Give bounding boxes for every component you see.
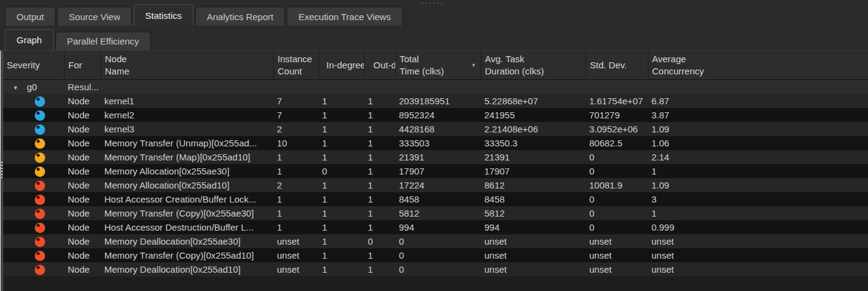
column-header-conc[interactable]: AverageConcurrency bbox=[648, 51, 868, 79]
table-row[interactable]: Node kernel3 2 1 1 4428168 2.21408e+06 3… bbox=[3, 122, 868, 136]
table-row[interactable]: Node Memory Allocation[0x255ae30] 1 0 1 … bbox=[3, 164, 868, 178]
cell-out-degree: 1 bbox=[364, 250, 395, 260]
main-tab-execution-trace-views[interactable]: Execution Trace Views bbox=[287, 7, 402, 26]
cell-instance-count: 10 bbox=[273, 138, 318, 148]
cell-average-concurrency: 1.09 bbox=[648, 124, 673, 134]
severity-cell bbox=[3, 250, 64, 261]
severity-cell bbox=[3, 193, 64, 205]
severity-cell bbox=[3, 235, 64, 247]
splitter-handle[interactable] bbox=[0, 51, 3, 291]
cell-instance-count: 2 bbox=[273, 180, 318, 190]
column-header-avg[interactable]: Avg. TaskDuration (clks) bbox=[481, 51, 586, 79]
cell-in-degree: 1 bbox=[318, 96, 364, 106]
table-row[interactable]: Node Memory Deallocation[0x255ad10] unse… bbox=[3, 262, 868, 276]
severity-error-icon bbox=[35, 209, 45, 219]
table-row[interactable]: Node Host Accessor Destruction/Buffer L.… bbox=[3, 220, 868, 234]
cell-instance-count: 1 bbox=[273, 222, 318, 232]
table-header: SeverityForNodeNameInstanceCountIn-degre… bbox=[3, 51, 868, 80]
cell-total-time: 5812 bbox=[395, 208, 481, 218]
cell-std-dev: unset bbox=[586, 236, 648, 246]
statistics-grid: SeverityForNodeNameInstanceCountIn-degre… bbox=[3, 51, 868, 276]
cell-average-concurrency: 6.87 bbox=[648, 96, 673, 106]
column-header-total[interactable]: TotalTime (clks)▼ bbox=[395, 51, 481, 79]
column-header-outdegree[interactable]: Out-d bbox=[364, 51, 395, 79]
cell-average-concurrency: unset bbox=[648, 250, 678, 260]
severity-cell bbox=[3, 179, 64, 191]
cell-node-name: kernel3 bbox=[101, 124, 273, 134]
cell-in-degree: 1 bbox=[318, 138, 364, 148]
cell-node-name: kernel1 bbox=[101, 96, 273, 106]
cell-average-concurrency: 2.14 bbox=[648, 152, 673, 162]
cell-instance-count: 1 bbox=[273, 166, 318, 176]
column-header-label: Count bbox=[278, 65, 315, 77]
column-header-label: Severity bbox=[7, 59, 60, 71]
cell-instance-count: 1 bbox=[273, 208, 318, 218]
severity-warning-icon bbox=[35, 153, 45, 163]
table-row[interactable]: Node Memory Transfer (Copy)[0x255ad10] u… bbox=[3, 248, 868, 262]
column-header-label: In-degree bbox=[326, 59, 360, 71]
cell-instance-count: 7 bbox=[273, 96, 318, 106]
cell-average-concurrency: 3 bbox=[648, 194, 660, 204]
table-body: Node kernel1 7 1 1 2039185951 5.22868e+0… bbox=[3, 94, 868, 276]
severity-error-icon bbox=[35, 195, 45, 205]
cell-std-dev: 0 bbox=[586, 208, 648, 218]
main-tab-statistics[interactable]: Statistics bbox=[134, 4, 193, 26]
column-header-label: Node bbox=[105, 53, 270, 65]
cell-in-degree: 1 bbox=[318, 194, 364, 204]
group-id-label: g0 bbox=[27, 82, 37, 92]
cell-out-degree: 1 bbox=[364, 96, 395, 106]
column-header-label: Concurrency bbox=[652, 65, 864, 77]
cell-std-dev: 0 bbox=[586, 152, 648, 162]
main-tab-source-view[interactable]: Source View bbox=[57, 7, 132, 26]
group-row[interactable]: ▼g0 Resul... bbox=[3, 80, 868, 94]
column-header-indegree[interactable]: In-degree bbox=[318, 51, 364, 79]
window-drag-handle[interactable]: ...... bbox=[421, 0, 445, 4]
view-tab-parallel-efficiency[interactable]: Parallel Efficiency bbox=[56, 32, 151, 50]
table-row[interactable]: Node kernel1 7 1 1 2039185951 5.22868e+0… bbox=[3, 94, 868, 108]
cell-node-name: Memory Transfer (Copy)[0x255ae30] bbox=[101, 208, 273, 218]
cell-node-name: Host Accessor Creation/Buffer Lock... bbox=[101, 194, 273, 204]
main-tab-analytics-report[interactable]: Analytics Report bbox=[195, 7, 285, 26]
cell-total-time: 0 bbox=[395, 264, 481, 275]
table-row[interactable]: Node Memory Allocation[0x255ad10] 2 1 1 … bbox=[3, 178, 868, 192]
table-row[interactable]: Node Memory Transfer (Map)[0x255ad10] 1 … bbox=[3, 150, 868, 164]
expand-collapse-icon[interactable]: ▼ bbox=[13, 85, 18, 91]
severity-error-icon bbox=[35, 265, 45, 275]
main-tab-output[interactable]: Output bbox=[5, 7, 56, 26]
table-row[interactable]: Node Memory Transfer (Copy)[0x255ae30] 1… bbox=[3, 206, 868, 220]
cell-instance-count: 1 bbox=[273, 194, 318, 204]
column-header-instance[interactable]: InstanceCount bbox=[273, 51, 318, 79]
cell-average-concurrency: 1.06 bbox=[648, 138, 673, 148]
column-header-severity[interactable]: Severity bbox=[3, 51, 64, 79]
table-row[interactable]: Node Memory Deallocation[0x255ae30] unse… bbox=[3, 234, 868, 248]
cell-node-name: Memory Transfer (Copy)[0x255ad10] bbox=[101, 250, 273, 260]
cell-node-name: Memory Deallocation[0x255ae30] bbox=[101, 236, 273, 246]
cell-out-degree: 1 bbox=[364, 264, 395, 275]
severity-cell bbox=[3, 95, 64, 107]
cell-out-degree: 1 bbox=[364, 152, 395, 162]
table-row[interactable]: Node Memory Transfer (Unmap)[0x255ad... … bbox=[3, 136, 868, 150]
cell-std-dev: unset bbox=[586, 264, 648, 275]
column-header-name[interactable]: NodeName bbox=[101, 51, 273, 79]
cell-std-dev: 1.61754e+07 bbox=[586, 96, 648, 106]
severity-cell bbox=[3, 151, 64, 163]
column-header-std[interactable]: Std. Dev. bbox=[586, 51, 648, 79]
severity-cell bbox=[3, 264, 64, 275]
table-row[interactable]: Node kernel2 7 1 1 8952324 241955 701279… bbox=[3, 108, 868, 122]
cell-node-name: Host Accessor Destruction/Buffer L... bbox=[101, 222, 273, 232]
cell-out-degree: 1 bbox=[364, 222, 395, 232]
cell-instance-count: 2 bbox=[273, 124, 318, 134]
splitter-grip-icon bbox=[1, 162, 2, 179]
table-row[interactable]: Node Host Accessor Creation/Buffer Lock.… bbox=[3, 192, 868, 206]
view-tab-graph[interactable]: Graph bbox=[5, 29, 54, 50]
cell-in-degree: 1 bbox=[318, 152, 364, 162]
sort-descending-icon: ▼ bbox=[471, 62, 476, 69]
cell-std-dev: 3.0952e+06 bbox=[586, 124, 648, 134]
cell-std-dev: 0 bbox=[586, 166, 648, 176]
cell-out-degree: 1 bbox=[364, 110, 395, 120]
column-header-for[interactable]: For bbox=[64, 51, 101, 79]
column-header-label: Total bbox=[400, 53, 477, 65]
cell-for: Node bbox=[64, 194, 101, 204]
cell-instance-count: unset bbox=[273, 250, 318, 260]
severity-info-icon bbox=[35, 124, 45, 135]
